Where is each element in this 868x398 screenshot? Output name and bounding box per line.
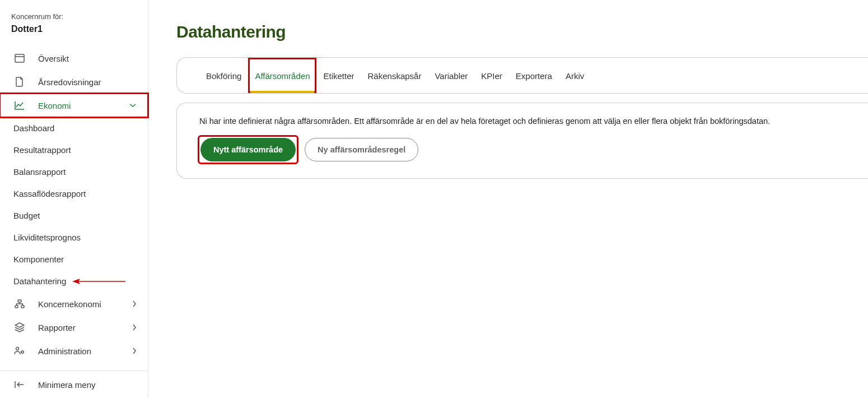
primary-button-highlight: Nytt affärsområde xyxy=(199,137,297,163)
svg-point-6 xyxy=(16,348,19,350)
nav-label: Koncernekonomi xyxy=(38,299,132,309)
nav-item-oversikt[interactable]: Översikt xyxy=(0,47,148,70)
nav-label: Minimera meny xyxy=(38,380,137,390)
tabs-panel: Bokföring Affärsområden Etiketter Räkens… xyxy=(176,57,868,94)
new-business-area-button[interactable]: Nytt affärsområde xyxy=(200,138,296,161)
content-panel: Ni har inte definierat några affärsområd… xyxy=(176,103,868,179)
chart-line-icon xyxy=(13,100,26,110)
layers-icon xyxy=(13,322,26,332)
tab-rakenskapsar[interactable]: Räkenskapsår xyxy=(361,58,428,93)
nav-subitem-komponenter[interactable]: Komponenter xyxy=(0,248,148,270)
nav-subitem-budget[interactable]: Budget xyxy=(0,205,148,226)
main-content: Datahantering Bokföring Affärsområden Et… xyxy=(148,0,868,398)
nav-subitem-kassaflodesrapport[interactable]: Kassaflödesrapport xyxy=(0,183,148,205)
tabs-row: Bokföring Affärsområden Etiketter Räkens… xyxy=(177,58,868,93)
svg-point-7 xyxy=(21,351,24,353)
sidebar-header: Koncernrum för: Dotter1 xyxy=(0,0,148,41)
nav-item-arsredovisningar[interactable]: Årsredovisningar xyxy=(0,70,148,94)
button-row: Nytt affärsområde Ny affärsområdesregel xyxy=(199,137,846,163)
users-gear-icon xyxy=(13,346,26,356)
tab-etiketter[interactable]: Etiketter xyxy=(316,58,361,93)
nav-subitem-resultatrapport[interactable]: Resultatrapport xyxy=(0,139,148,161)
nav-label: Årsredovisningar xyxy=(38,77,137,87)
nav-item-rapporter[interactable]: Rapporter xyxy=(0,316,148,339)
nav-item-koncernekonomi[interactable]: Koncernekonomi xyxy=(0,292,148,316)
tab-exportera[interactable]: Exportera xyxy=(509,58,559,93)
tab-affarsomraden[interactable]: Affärsområden xyxy=(248,58,316,93)
chevron-right-icon xyxy=(132,323,137,331)
nav-sub-label: Datahantering xyxy=(13,276,66,286)
nav-item-administration[interactable]: Administration xyxy=(0,339,148,363)
nav-label: Ekonomi xyxy=(38,101,129,110)
tab-arkiv[interactable]: Arkiv xyxy=(559,58,591,93)
collapse-icon xyxy=(13,380,26,390)
document-icon xyxy=(13,77,26,87)
page-title: Datahantering xyxy=(176,22,868,41)
new-business-area-rule-button[interactable]: Ny affärsområdesregel xyxy=(305,138,418,161)
tab-bokforing[interactable]: Bokföring xyxy=(199,58,248,93)
tab-variabler[interactable]: Variabler xyxy=(428,58,474,93)
nav-label: Rapporter xyxy=(38,323,132,332)
nav-subitem-likviditetsprognos[interactable]: Likviditetsprognos xyxy=(0,226,148,248)
sidebar-header-label: Koncernrum för: xyxy=(11,12,137,21)
svg-rect-4 xyxy=(15,306,18,308)
nav-item-minimize[interactable]: Minimera meny xyxy=(0,371,148,398)
svg-rect-0 xyxy=(15,54,24,62)
sidebar-nav: Översikt Årsredovisningar Ekonomi Dashbo… xyxy=(0,41,148,371)
sidebar-company-name: Dotter1 xyxy=(11,24,137,34)
nav-label: Översikt xyxy=(38,54,137,63)
sidebar: Koncernrum för: Dotter1 Översikt Årsredo… xyxy=(0,0,148,398)
chevron-right-icon xyxy=(132,300,137,308)
nav-subitem-balansrapport[interactable]: Balansrapport xyxy=(0,161,148,183)
tab-kpier[interactable]: KPIer xyxy=(474,58,509,93)
nav-item-ekonomi[interactable]: Ekonomi xyxy=(0,94,148,117)
nav-subitem-datahantering[interactable]: Datahantering xyxy=(0,270,148,292)
org-chart-icon xyxy=(13,299,26,309)
svg-rect-5 xyxy=(21,306,24,308)
nav-label: Administration xyxy=(38,346,132,356)
sidebar-footer: Minimera meny xyxy=(0,371,148,398)
window-icon xyxy=(13,53,26,63)
nav-subitem-dashboard[interactable]: Dashboard xyxy=(0,117,148,139)
chevron-down-icon xyxy=(129,103,137,108)
nav-sub-ekonomi: Dashboard Resultatrapport Balansrapport … xyxy=(0,117,148,292)
svg-rect-3 xyxy=(18,300,21,302)
annotation-arrow-icon xyxy=(72,277,125,285)
empty-state-text: Ni har inte definierat några affärsområd… xyxy=(199,117,846,126)
chevron-right-icon xyxy=(132,347,137,355)
